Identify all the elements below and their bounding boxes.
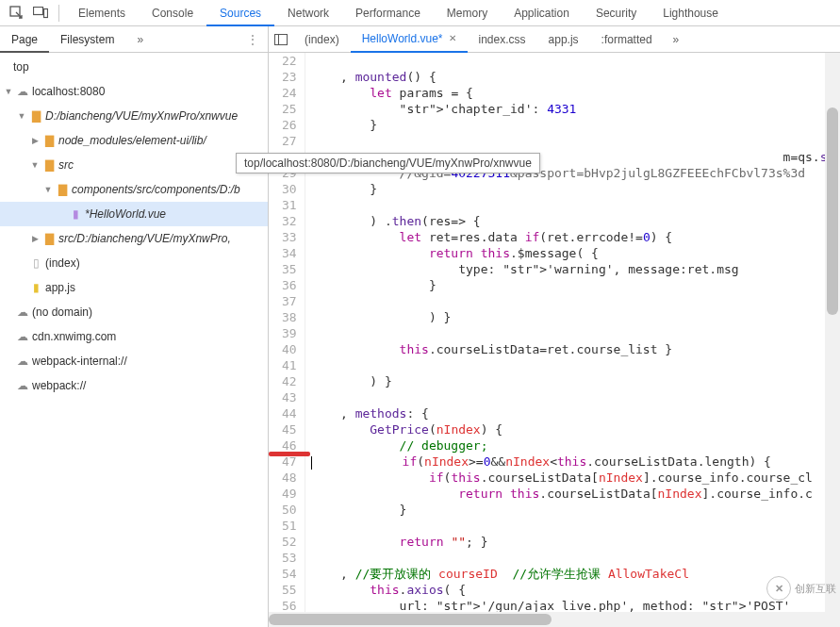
- cloud-icon: ☁: [15, 379, 30, 392]
- tab-security[interactable]: Security: [583, 0, 650, 26]
- tab-lighthouse[interactable]: Lighthouse: [650, 0, 732, 26]
- tree-cdn[interactable]: ☁cdn.xnwimg.com: [0, 324, 268, 349]
- inspect-icon[interactable]: [4, 1, 28, 25]
- vertical-scrollbar[interactable]: [825, 53, 840, 627]
- toggle-navigator-icon[interactable]: [269, 27, 293, 52]
- tree-components[interactable]: ▼▇components/src/components/D:/b: [0, 177, 268, 202]
- watermark-label: 创新互联: [795, 582, 836, 596]
- panel-tab-page[interactable]: Page: [0, 26, 49, 53]
- panel-tab-filesystem[interactable]: Filesystem: [49, 26, 125, 53]
- tab-elements[interactable]: Elements: [65, 0, 139, 26]
- cloud-icon: ☁: [15, 85, 30, 98]
- path-tooltip: top/localhost:8080/D:/biancheng/VUE/myXn…: [236, 153, 540, 173]
- folder-icon: ▇: [41, 232, 57, 245]
- folder-icon: ▇: [55, 183, 70, 196]
- file-tab-formatted[interactable]: :formatted: [590, 26, 664, 53]
- folder-icon: ▇: [28, 109, 43, 123]
- file-tab-more-icon[interactable]: »: [664, 33, 689, 46]
- watermark-badge-icon: ✕: [766, 576, 791, 601]
- tree-project-folder[interactable]: ▼▇D:/biancheng/VUE/myXnwPro/xnwvue: [0, 104, 268, 128]
- scrollbar-thumb[interactable]: [827, 107, 838, 315]
- horizontal-scrollbar[interactable]: [269, 612, 840, 627]
- tab-performance[interactable]: Performance: [342, 0, 434, 26]
- folder-icon: ▇: [41, 134, 57, 147]
- svg-rect-3: [275, 34, 288, 44]
- code-content[interactable]: , mounted() { let params = { "str">'chap…: [305, 53, 840, 627]
- tree-nodomain[interactable]: ☁(no domain): [0, 300, 268, 324]
- svg-rect-2: [44, 9, 48, 18]
- cloud-icon: ☁: [15, 330, 30, 343]
- tree-srcD[interactable]: ▶▇src/D:/biancheng/VUE/myXnwPro,: [0, 226, 268, 251]
- folder-icon: ▇: [41, 158, 57, 172]
- cloud-icon: ☁: [15, 305, 30, 319]
- tab-application[interactable]: Application: [501, 0, 583, 26]
- close-icon[interactable]: ✕: [449, 25, 456, 52]
- file-tab-label: app.js: [549, 26, 579, 53]
- panel-kebab-icon[interactable]: ⋮: [238, 33, 268, 46]
- file-tree: top ▼☁localhost:8080 ▼▇D:/biancheng/VUE/…: [0, 53, 269, 627]
- tab-sources[interactable]: Sources: [206, 0, 274, 26]
- tree-webpack[interactable]: ☁webpack://: [0, 373, 268, 398]
- line-gutter: 2223242526272829303132333435363738394041…: [269, 53, 305, 627]
- file-tab-indexcss[interactable]: index.css: [468, 26, 537, 53]
- tree-file-helloworld[interactable]: ▮*HelloWorld.vue: [0, 202, 268, 226]
- tab-console[interactable]: Console: [139, 0, 206, 26]
- file-tab-appjs[interactable]: app.js: [537, 26, 590, 53]
- file-icon: ▮: [28, 281, 43, 294]
- tree-top[interactable]: top: [0, 55, 268, 79]
- file-tab-label: :formatted: [601, 26, 652, 53]
- breakpoint-marker: [269, 452, 310, 456]
- panel-tab-more-icon[interactable]: »: [131, 33, 149, 46]
- code-editor[interactable]: 2223242526272829303132333435363738394041…: [269, 53, 840, 627]
- scrollbar-thumb[interactable]: [269, 614, 552, 625]
- tree-node-modules[interactable]: ▶▇node_modules/element-ui/lib/: [0, 128, 268, 153]
- file-tab-label: index.css: [479, 26, 526, 53]
- file-tab-helloworld[interactable]: HelloWorld.vue*✕: [351, 26, 468, 53]
- tree-webpack-internal[interactable]: ☁webpack-internal://: [0, 349, 268, 373]
- file-icon: ▯: [28, 256, 43, 270]
- svg-rect-1: [34, 8, 43, 15]
- file-tab-label: HelloWorld.vue*: [362, 25, 443, 52]
- tree-file-appjs[interactable]: ▮app.js: [0, 275, 268, 300]
- file-icon: ▮: [68, 207, 83, 221]
- watermark: ✕ 创新互联: [766, 576, 836, 601]
- tab-network[interactable]: Network: [274, 0, 342, 26]
- cloud-icon: ☁: [15, 355, 30, 368]
- tree-src[interactable]: ▼▇src: [0, 153, 268, 177]
- file-tab-index[interactable]: (index): [293, 26, 351, 53]
- device-toggle-icon[interactable]: [28, 1, 53, 25]
- tree-file-index[interactable]: ▯(index): [0, 251, 268, 275]
- file-tab-label: (index): [305, 26, 339, 53]
- tab-memory[interactable]: Memory: [434, 0, 501, 26]
- tree-host[interactable]: ▼☁localhost:8080: [0, 79, 268, 104]
